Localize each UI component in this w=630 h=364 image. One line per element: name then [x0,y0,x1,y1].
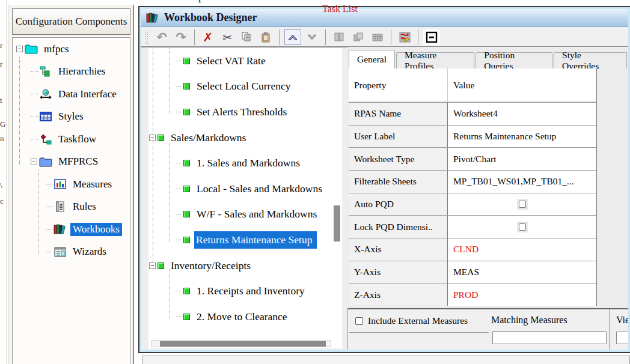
move-down-button [304,29,320,45]
property-value[interactable]: MP_TB01_WS01,MP_TB01_... [448,171,596,193]
matching-measures-input[interactable] [492,332,607,344]
workbook-designer-titlebar[interactable]: Workbook Designer [141,9,628,27]
window-title: Workbook Designer [164,11,257,24]
tree-item-label: 1. Sales and Markdowns [194,156,302,170]
measures-icon [54,179,67,190]
toolbar-grip[interactable] [145,30,148,44]
tree-item-1-sales-and-markdowns[interactable]: 1. Sales and Markdowns [148,150,342,176]
collapse-expander-icon[interactable] [149,135,156,141]
tree-connector [46,229,54,229]
property-name: RPAS Name [349,103,448,125]
grid-view-button [369,29,386,45]
clipped-text-fragment: \ [0,181,2,190]
column-header-property: Property [349,68,448,102]
move-up-button[interactable] [284,29,301,45]
tree-item-returns-maintenance-setup[interactable]: Returns Maintenance Setup [148,227,342,253]
clipped-text-fragment: n [0,134,4,144]
property-value[interactable]: Pivot/Chart [448,148,596,170]
include-external-measures-checkbox[interactable] [355,317,363,325]
lock-pqd-dimensi-checkbox[interactable] [519,223,526,231]
tree-connector [31,117,39,117]
tree-connector [46,207,54,207]
tree-item-data-interface[interactable]: Data Interface [13,83,130,106]
property-name: Z-Axis [349,284,448,306]
tree-item-local-sales-and-markdowns[interactable]: Local - Sales and Markdowns [148,176,342,202]
tree-item-label: Select Local Currency [194,79,293,93]
collapse-all-icon [426,31,438,43]
tree-item-styles[interactable]: Styles [13,106,130,129]
tree-item-label: W/F - Sales and Markdowns [194,207,319,221]
copy-button[interactable] [238,29,255,45]
tree-item-label: Data Interface [56,88,119,101]
edit-measures-button[interactable] [396,29,413,45]
toolbar-separator [325,29,326,45]
tree-item-workbooks[interactable]: Workbooks [13,218,130,241]
tree-connector [46,184,54,184]
tree-item-wizards[interactable]: Wizards [13,241,130,264]
property-name: Filterable Sheets [349,171,448,193]
property-value[interactable]: PROD [448,284,596,306]
toolbar-separator [194,29,195,45]
property-name: User Label [349,126,448,148]
collapse-expander-icon[interactable] [31,159,37,165]
property-value[interactable]: CLND [448,238,596,261]
tree-item-rules[interactable]: Rules [13,196,130,219]
toolbar-separator [279,29,280,45]
rules-icon [54,201,67,212]
clipped-text-fragment: c [0,196,4,206]
auto-pqd-checkbox[interactable] [519,201,526,208]
folder-cyan-icon [25,44,38,55]
tree-item-w-f-sales-and-markdowns[interactable]: W/F - Sales and Markdowns [148,202,342,228]
tree-item-label: Workbooks [70,223,122,236]
styles-icon [39,111,52,122]
horizontal-scrollbar[interactable] [151,340,331,347]
property-value[interactable]: Returns Maintenance Setup [448,126,596,148]
view-input[interactable] [616,332,628,344]
tree-item-set-alerts-thresholds[interactable]: Set Alerts Thresholds [148,99,342,125]
clipped-background-window-strip: rrtGn\c [0,0,7,364]
tree-connector [176,291,183,291]
tab-position-queries[interactable]: Position Queries [476,52,552,68]
tree-item-select-vat-rate[interactable]: Select VAT Rate [148,48,342,74]
tree-item-2-move-to-clearance[interactable]: 2. Move to Clearance [148,304,342,330]
collapse-expander-icon[interactable] [149,262,156,269]
tree-item-inventory-receipts[interactable]: Inventory/Receipts [148,253,342,279]
tree-item-select-local-currency[interactable]: Select Local Currency [148,74,342,100]
property-value[interactable]: Worksheet4 [448,103,596,125]
horizontal-scrollbar-thumb[interactable] [160,341,326,347]
collapse-expander-icon[interactable] [16,46,23,52]
delete-icon: ✗ [203,30,213,44]
delete-button[interactable]: ✗ [200,29,216,45]
checkbox-backing [517,222,528,232]
tree-item-sales-markdowns[interactable]: Sales/Markdowns [148,125,342,151]
tab-general[interactable]: General [349,50,395,68]
tree-item-label: Local - Sales and Markdowns [194,182,325,196]
tree-item-1-receipts-and-inventory[interactable]: 1. Receipts and Inventory [148,278,342,304]
tree-item-label: Inventory/Receipts [168,259,253,273]
grid-view-icon [372,32,383,42]
paste-button[interactable] [257,29,274,45]
tree-item-taskflow[interactable]: Taskflow [13,128,130,151]
checkbox-backing [517,199,528,210]
property-name: Y-Axis [349,261,448,284]
tree-item-measures[interactable]: Measures [13,173,130,196]
configuration-tree: mfpcsHierarchiesData InterfaceStylesTask… [12,37,130,364]
collapse-all-button[interactable] [423,29,440,45]
property-value [448,193,596,216]
undo-icon: ↶ [156,30,167,44]
tree-item-hierarchies[interactable]: Hierarchies [13,61,130,83]
vertical-scrollbar-thumb[interactable] [334,205,340,241]
tree-connector [176,214,183,214]
tree-item-label: MFPRCS [56,155,100,168]
tab-measure-profiles[interactable]: Measure Profiles [396,52,474,68]
cut-button[interactable]: ✂ [219,29,236,45]
task-list-title: Task List [322,4,358,14]
tree-item-mfpcs[interactable]: mfpcs [13,38,130,61]
split-vertical-icon [334,32,344,42]
property-value[interactable]: MEAS [448,261,596,284]
tree-item-mfprcs[interactable]: MFPRCS [13,151,130,174]
tab-style-overrides[interactable]: Style Overrides [554,52,627,68]
split-vertical-button [331,29,347,45]
column-header-value: Value [448,68,596,102]
application-window: { "top_fragment": "T", "left_edge": { "f… [0,0,630,364]
